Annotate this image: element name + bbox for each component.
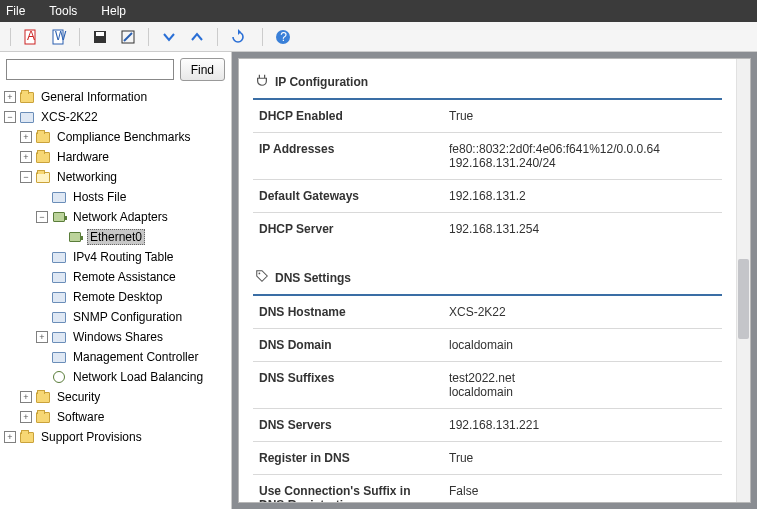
svg-text:A: A	[27, 29, 35, 43]
toolbar: A W ?	[0, 22, 757, 52]
folder-icon	[35, 149, 51, 165]
label-default-gateways: Default Gateways	[253, 180, 443, 212]
tree-support-provisions[interactable]: Support Provisions	[39, 430, 144, 444]
section-title: IP Configuration	[275, 75, 368, 89]
tree-remote-assistance[interactable]: Remote Assistance	[71, 270, 178, 284]
nlb-icon	[51, 369, 67, 385]
menu-tools[interactable]: Tools	[49, 4, 77, 18]
menu-file[interactable]: File	[6, 4, 25, 18]
scroll-thumb[interactable]	[738, 259, 749, 339]
menu-bar: File Tools Help	[0, 0, 757, 22]
menu-help[interactable]: Help	[101, 4, 126, 18]
edit-icon[interactable]	[118, 27, 138, 47]
tree-hardware[interactable]: Hardware	[55, 150, 111, 164]
value-dns-hostname: XCS-2K22	[443, 296, 722, 328]
adapter-icon	[67, 229, 83, 245]
label-dhcp-enabled: DHCP Enabled	[253, 100, 443, 132]
svg-text:?: ?	[280, 30, 287, 44]
remote-desktop-icon	[51, 289, 67, 305]
label-dns-suffixes: DNS Suffixes	[253, 362, 443, 408]
folder-icon	[35, 409, 51, 425]
shares-icon	[51, 329, 67, 345]
folder-icon	[35, 389, 51, 405]
left-pane: Find +General Information −XCS-2K22 +Com…	[0, 52, 232, 509]
snmp-icon	[51, 309, 67, 325]
host-icon	[19, 109, 35, 125]
tree-network-adapters[interactable]: Network Adapters	[71, 210, 170, 224]
find-button[interactable]: Find	[180, 58, 225, 81]
value-conn-suffix-dns: False	[443, 475, 722, 502]
tree-hosts-file[interactable]: Hosts File	[71, 190, 128, 204]
label-dhcp-server: DHCP Server	[253, 213, 443, 245]
tree-software[interactable]: Software	[55, 410, 106, 424]
tree-remote-desktop[interactable]: Remote Desktop	[71, 290, 164, 304]
label-conn-suffix-dns: Use Connection's Suffix in DNS Registrat…	[253, 475, 443, 502]
tree-networking[interactable]: Networking	[55, 170, 119, 184]
section-dns-settings: DNS Settings DNS HostnameXCS-2K22 DNS Do…	[253, 263, 722, 502]
folder-icon	[35, 129, 51, 145]
search-input[interactable]	[6, 59, 174, 80]
refresh-icon[interactable]	[228, 27, 248, 47]
tree-nlb[interactable]: Network Load Balancing	[71, 370, 205, 384]
value-default-gateways: 192.168.131.2	[443, 180, 722, 212]
folder-icon	[19, 89, 35, 105]
section-ip-configuration: IP Configuration DHCP EnabledTrue IP Add…	[253, 67, 722, 245]
svg-text:W: W	[55, 29, 67, 43]
chevron-down-icon[interactable]	[159, 27, 179, 47]
label-dns-domain: DNS Domain	[253, 329, 443, 361]
value-ip-addresses: fe80::8032:2d0f:4e06:f641%12/0.0.0.64 19…	[443, 133, 722, 179]
routing-icon	[51, 249, 67, 265]
nav-tree[interactable]: +General Information −XCS-2K22 +Complian…	[0, 85, 231, 509]
detail-panel: IP Configuration DHCP EnabledTrue IP Add…	[238, 58, 751, 503]
label-dns-servers: DNS Servers	[253, 409, 443, 441]
tree-general-information[interactable]: General Information	[39, 90, 149, 104]
tree-windows-shares[interactable]: Windows Shares	[71, 330, 165, 344]
tree-host[interactable]: XCS-2K22	[39, 110, 100, 124]
controller-icon	[51, 349, 67, 365]
value-dhcp-server: 192.168.131.254	[443, 213, 722, 245]
tree-compliance[interactable]: Compliance Benchmarks	[55, 130, 192, 144]
chevron-up-icon[interactable]	[187, 27, 207, 47]
pdf-export-icon[interactable]: A	[21, 27, 41, 47]
file-icon	[51, 189, 67, 205]
docx-export-icon[interactable]: W	[49, 27, 69, 47]
vertical-scrollbar[interactable]	[736, 59, 750, 502]
label-ip-addresses: IP Addresses	[253, 133, 443, 179]
tree-security[interactable]: Security	[55, 390, 102, 404]
value-dhcp-enabled: True	[443, 100, 722, 132]
label-dns-hostname: DNS Hostname	[253, 296, 443, 328]
value-register-in-dns: True	[443, 442, 722, 474]
tree-snmp[interactable]: SNMP Configuration	[71, 310, 184, 324]
tree-management-controller[interactable]: Management Controller	[71, 350, 200, 364]
folder-open-icon	[35, 169, 51, 185]
plug-icon	[255, 73, 269, 90]
tree-ipv4-routing[interactable]: IPv4 Routing Table	[71, 250, 176, 264]
svg-point-9	[259, 273, 261, 275]
help-icon[interactable]: ?	[273, 27, 293, 47]
tag-icon	[255, 269, 269, 286]
save-icon[interactable]	[90, 27, 110, 47]
tree-ethernet0[interactable]: Ethernet0	[87, 229, 145, 245]
value-dns-servers: 192.168.131.221	[443, 409, 722, 441]
remote-assist-icon	[51, 269, 67, 285]
svg-rect-5	[96, 32, 104, 36]
value-dns-domain: localdomain	[443, 329, 722, 361]
content-area: IP Configuration DHCP EnabledTrue IP Add…	[232, 52, 757, 509]
section-title: DNS Settings	[275, 271, 351, 285]
value-dns-suffixes: test2022.net localdomain	[443, 362, 722, 408]
folder-icon	[19, 429, 35, 445]
adapter-icon	[51, 209, 67, 225]
label-register-in-dns: Register in DNS	[253, 442, 443, 474]
